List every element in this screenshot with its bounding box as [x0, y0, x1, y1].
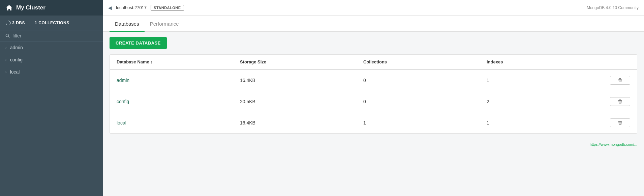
content-area: CREATE DATABASE Database Name ↑ Storage … — [103, 32, 644, 196]
database-link-local[interactable]: local — [117, 120, 240, 125]
search-icon — [5, 33, 10, 38]
sidebar-item-label: config — [10, 57, 23, 62]
collapse-sidebar-button[interactable]: ◀ — [108, 5, 112, 10]
collections-config: 0 — [363, 99, 487, 104]
database-link-config[interactable]: config — [117, 99, 240, 104]
table-row: local 16.4KB 1 1 — [110, 112, 637, 133]
storage-size-local: 16.4KB — [240, 120, 363, 125]
svg-rect-4 — [618, 100, 622, 101]
svg-rect-7 — [619, 121, 621, 121]
collections-admin: 0 — [363, 78, 487, 83]
delete-database-config[interactable] — [610, 97, 630, 106]
collections-local: 1 — [363, 120, 487, 125]
chevron-right-icon: › — [5, 46, 7, 50]
sidebar-item-admin[interactable]: › admin — [0, 41, 103, 54]
sidebar-filter — [0, 30, 103, 41]
footer-link[interactable]: https://www.mongodb.com/... — [590, 142, 637, 146]
svg-line-1 — [8, 36, 9, 37]
footer-bar: https://www.mongodb.com/... — [103, 140, 644, 148]
sort-asc-icon[interactable]: ↑ — [151, 60, 153, 64]
collections-stat: 1 COLLECTIONS — [35, 21, 69, 25]
create-database-button[interactable]: CREATE DATABASE — [110, 37, 167, 49]
table-row: admin 16.4KB 0 1 — [110, 70, 637, 91]
main-content: ◀ localhost:27017 STANDALONE MongoDB 4.0… — [103, 0, 644, 196]
trash-icon — [618, 120, 622, 125]
sidebar: My Cluster 3 DBS 1 COLLECTIONS › admin — [0, 0, 103, 196]
filter-input[interactable] — [12, 33, 97, 38]
delete-database-admin[interactable] — [610, 76, 630, 85]
trash-icon — [618, 99, 622, 104]
database-link-admin[interactable]: admin — [117, 78, 240, 83]
column-header-storage: Storage Size — [240, 59, 363, 64]
svg-rect-3 — [619, 78, 621, 79]
stat-separator — [30, 20, 30, 26]
table-row: config 20.5KB 0 2 — [110, 91, 637, 112]
host-label: localhost:27017 — [116, 5, 147, 10]
delete-database-local[interactable] — [610, 118, 630, 127]
column-header-indexes: Indexes — [487, 59, 610, 64]
chevron-right-icon: › — [5, 58, 7, 62]
trash-icon — [618, 78, 622, 83]
column-header-collections: Collections — [363, 59, 487, 64]
svg-rect-6 — [618, 121, 622, 122]
storage-size-admin: 16.4KB — [240, 78, 363, 83]
sidebar-item-config[interactable]: › config — [0, 54, 103, 66]
svg-rect-5 — [619, 100, 621, 100]
dbs-stat: 3 DBS — [12, 21, 25, 25]
cluster-title: My Cluster — [16, 4, 45, 11]
tab-performance[interactable]: Performance — [145, 17, 184, 32]
column-header-name: Database Name ↑ — [117, 59, 240, 64]
mongodb-version-label: MongoDB 4.0.10 Community — [587, 5, 639, 10]
svg-rect-2 — [618, 79, 622, 79]
sidebar-item-local[interactable]: › local — [0, 66, 103, 78]
home-icon — [5, 4, 13, 11]
topbar-left: ◀ localhost:27017 STANDALONE — [108, 5, 184, 11]
sidebar-items: › admin › config › local — [0, 41, 103, 196]
standalone-badge: STANDALONE — [151, 5, 184, 11]
sidebar-item-label: admin — [10, 45, 23, 50]
tab-databases[interactable]: Databases — [110, 17, 145, 32]
column-header-actions — [610, 59, 630, 64]
table-header: Database Name ↑ Storage Size Collections… — [110, 55, 637, 70]
indexes-config: 2 — [487, 99, 610, 104]
database-table: Database Name ↑ Storage Size Collections… — [110, 54, 637, 134]
svg-point-0 — [6, 34, 8, 37]
sidebar-header: My Cluster — [0, 0, 103, 16]
chevron-right-icon: › — [5, 70, 7, 74]
indexes-local: 1 — [487, 120, 610, 125]
sidebar-stats: 3 DBS 1 COLLECTIONS — [0, 16, 103, 30]
topbar: ◀ localhost:27017 STANDALONE MongoDB 4.0… — [103, 0, 644, 16]
toolbar: CREATE DATABASE — [103, 32, 644, 54]
tabs: Databases Performance — [103, 16, 644, 32]
storage-size-config: 20.5KB — [240, 99, 363, 104]
refresh-icon[interactable] — [5, 20, 11, 26]
indexes-admin: 1 — [487, 78, 610, 83]
sidebar-item-label: local — [10, 69, 20, 75]
